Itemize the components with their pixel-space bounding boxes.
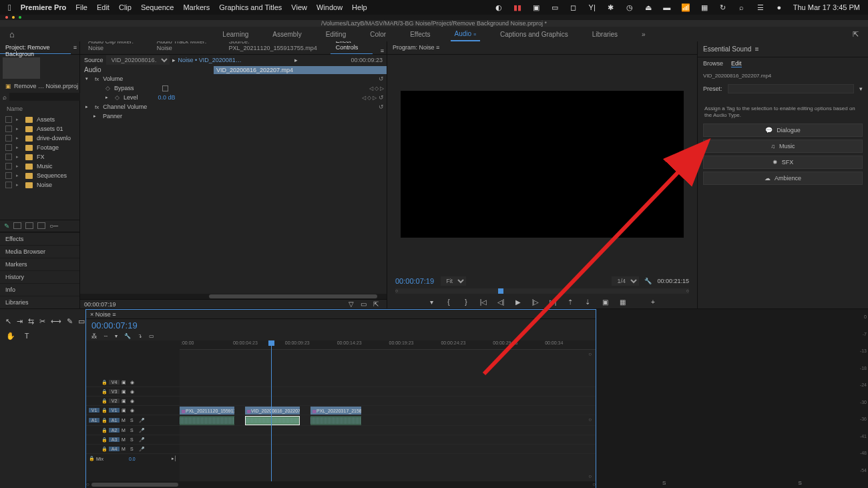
toggle-icon[interactable]: ◉ bbox=[130, 380, 137, 385]
fx-panner[interactable]: Panner bbox=[103, 113, 122, 119]
video-clip[interactable]: ▧ VID_20200816_202207 bbox=[245, 407, 300, 415]
timemachine-icon[interactable]: ↻ bbox=[718, 3, 728, 12]
tl-insert-icon[interactable]: ↴ bbox=[138, 333, 142, 339]
effect-clip-bar[interactable]: VID_20200816_202207.mp4 bbox=[214, 66, 387, 74]
ws-assembly[interactable]: Assembly bbox=[268, 28, 305, 41]
mark-out-button[interactable]: } bbox=[462, 298, 470, 306]
screen-icon[interactable]: ▭ bbox=[550, 3, 560, 12]
track-header-v1[interactable]: V1🔒V1▣◉ bbox=[86, 406, 180, 415]
panel-tab-markers[interactable]: Markers bbox=[0, 258, 79, 270]
track-v1[interactable]: ▧ PXL_20211120_155913▧ VID_20200816_2022… bbox=[180, 406, 596, 415]
toggle-icon[interactable]: ◉ bbox=[130, 389, 137, 395]
track-target-a2[interactable]: A2 bbox=[109, 428, 120, 433]
ws-captions[interactable]: Captions and Graphics bbox=[496, 28, 572, 41]
lock-icon[interactable]: 🔒 bbox=[101, 408, 107, 413]
step-back-button[interactable]: ◁| bbox=[497, 298, 505, 306]
timeline-tab[interactable]: Noise bbox=[95, 311, 111, 318]
step-forward-button[interactable]: |▷ bbox=[531, 298, 539, 306]
clock-icon[interactable]: ◷ bbox=[625, 3, 634, 12]
tl-link-icon[interactable]: ∽ bbox=[103, 333, 108, 339]
tl-close[interactable]: × bbox=[90, 311, 93, 318]
program-tab[interactable]: Program: Noise bbox=[393, 44, 435, 51]
menu-file[interactable]: File bbox=[75, 3, 87, 11]
voice-icon[interactable]: 🎤 bbox=[139, 428, 146, 433]
meter-solo-right[interactable]: S bbox=[799, 480, 802, 486]
track-header-a4[interactable]: 🔒A4MS🎤 bbox=[86, 445, 180, 454]
track-header-v2[interactable]: 🔒V2▣◉ bbox=[86, 397, 180, 406]
camera-icon[interactable]: ▣ bbox=[531, 3, 541, 12]
fx-volume[interactable]: Volume bbox=[103, 75, 123, 82]
mix-lock[interactable]: 🔒 bbox=[89, 456, 94, 461]
track-header-a3[interactable]: 🔒A3MS🎤 bbox=[86, 435, 180, 445]
tl-snap-icon[interactable]: ⁂ bbox=[91, 333, 97, 339]
yi-icon[interactable]: Y| bbox=[588, 3, 597, 12]
bin-item-assets-01[interactable]: ▸Assets 01 bbox=[0, 124, 79, 134]
source-tab-menu[interactable]: ≡ bbox=[381, 47, 384, 54]
minimize-window-button[interactable] bbox=[12, 16, 15, 19]
ws-overflow[interactable]: » bbox=[638, 28, 650, 41]
track-target-v3[interactable]: V3 bbox=[109, 389, 120, 394]
maximize-window-button[interactable] bbox=[19, 16, 21, 19]
project-tab[interactable]: Project: Remove Backgroun bbox=[0, 41, 71, 54]
lift-button[interactable]: ⇡ bbox=[566, 298, 574, 306]
list-view-icon[interactable] bbox=[13, 222, 21, 229]
es-tag-sfx[interactable]: ✸SFX bbox=[703, 156, 863, 169]
kf-bypass[interactable]: ◇ bbox=[105, 85, 110, 91]
eye-icon[interactable]: ▣ bbox=[122, 389, 128, 395]
program-playhead[interactable] bbox=[498, 288, 503, 294]
src-play-icon[interactable]: ▸ bbox=[294, 57, 298, 63]
close-window-button[interactable] bbox=[5, 16, 8, 19]
kf-level[interactable]: ◇ bbox=[115, 94, 120, 101]
mark-in-button[interactable]: { bbox=[445, 298, 453, 306]
mute-icon[interactable]: M bbox=[122, 418, 128, 423]
wifi-icon[interactable]: 📶 bbox=[681, 3, 690, 12]
bin-item-footage[interactable]: ▸Footage bbox=[0, 143, 79, 152]
menubar-clock[interactable]: Thu Mar 17 3:45 PM bbox=[793, 3, 860, 11]
tl-wrench-icon[interactable]: 🔧 bbox=[124, 333, 131, 339]
src-patch-v1[interactable]: V1 bbox=[89, 408, 99, 413]
track-header-a1[interactable]: A1🔒A1MS🎤 bbox=[86, 415, 180, 426]
lock-icon[interactable]: 🔒 bbox=[101, 437, 107, 443]
ws-effects[interactable]: Effects bbox=[406, 28, 434, 41]
eye-icon[interactable]: ▣ bbox=[122, 380, 128, 385]
track-header-a2[interactable]: 🔒A2MS🎤 bbox=[86, 426, 180, 435]
track-v3[interactable] bbox=[180, 387, 596, 397]
panel-tab-effects[interactable]: Effects bbox=[0, 232, 79, 245]
export-frame-button[interactable]: ▣ bbox=[601, 298, 609, 306]
panel-tab-history[interactable]: History bbox=[0, 270, 79, 283]
comparison-button[interactable]: ▦ bbox=[618, 298, 626, 306]
rectangle-tool[interactable]: ▭ bbox=[78, 316, 85, 326]
track-a3[interactable] bbox=[180, 435, 596, 445]
toggle-icon[interactable]: ◉ bbox=[130, 408, 137, 413]
tl-cc-icon[interactable]: ▭ bbox=[149, 333, 154, 339]
tl-marker-icon[interactable]: ▾ bbox=[115, 333, 118, 339]
control-center-icon[interactable]: ☰ bbox=[756, 3, 765, 12]
toggle-icon[interactable]: ◉ bbox=[130, 399, 137, 404]
program-scrubber[interactable]: ○ ○ bbox=[395, 288, 689, 294]
timeline-scrollbar[interactable]: ○○ bbox=[86, 481, 596, 488]
panel-tab-info[interactable]: Info bbox=[0, 283, 79, 296]
track-target-v2[interactable]: V2 bbox=[109, 399, 120, 403]
track-target-a4[interactable]: A4 bbox=[109, 447, 120, 451]
lock-icon[interactable]: 🔒 bbox=[101, 428, 107, 433]
column-name-header[interactable]: Name bbox=[0, 103, 79, 115]
lock-icon[interactable]: 🔒 bbox=[101, 418, 107, 423]
slip-tool[interactable]: ⟷ bbox=[51, 316, 61, 326]
source-dropdown[interactable]: VID_202008016… bbox=[106, 55, 170, 65]
extract-button[interactable]: ⇣ bbox=[584, 298, 592, 306]
ws-editing[interactable]: Editing bbox=[322, 28, 351, 41]
src-chevron[interactable]: ▸ bbox=[172, 57, 176, 63]
export-frame-icon[interactable]: ⇱ bbox=[373, 300, 379, 308]
mute-icon[interactable]: M bbox=[122, 428, 128, 433]
menu-window[interactable]: Window bbox=[316, 3, 343, 11]
freeform-view-icon[interactable] bbox=[37, 222, 45, 229]
es-tab-edit[interactable]: Edit bbox=[731, 60, 742, 67]
ws-libraries[interactable]: Libraries bbox=[588, 28, 622, 41]
bypass-checkbox[interactable] bbox=[162, 85, 168, 91]
display-icon[interactable]: ◻ bbox=[569, 3, 578, 12]
track-header-v3[interactable]: 🔒V3▣◉ bbox=[86, 387, 180, 397]
record-icon[interactable]: ▮▮ bbox=[513, 3, 522, 12]
lock-icon[interactable]: 🔒 bbox=[101, 389, 107, 395]
es-tag-music[interactable]: ♫Music bbox=[703, 140, 863, 153]
panel-tab-libraries[interactable]: Libraries bbox=[0, 296, 79, 308]
